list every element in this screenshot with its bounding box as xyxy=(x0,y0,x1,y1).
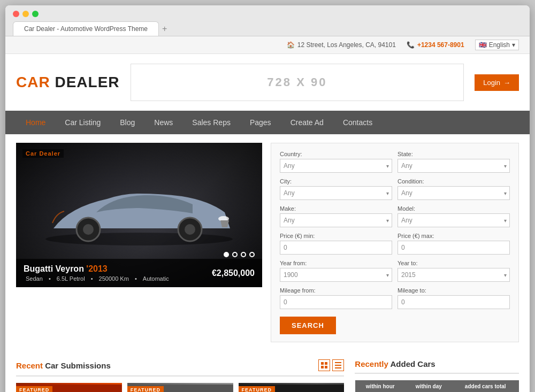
featured-badge-1: FEATURED xyxy=(16,386,52,392)
year-to-group: Year to: 2015 xyxy=(398,260,510,282)
active-tab[interactable]: Car Dealer - Automotive WordPress Theme xyxy=(13,21,159,36)
car-transmission: Automatic xyxy=(143,275,169,282)
form-row-1: Country: Any State: Any xyxy=(280,151,510,173)
submissions-title: Recent Car Submissions xyxy=(16,361,111,370)
grid-view-icon[interactable] xyxy=(318,359,330,371)
featured-badge-2: FEATURED xyxy=(127,386,164,392)
maximize-dot[interactable] xyxy=(32,11,39,17)
make-select[interactable]: Any xyxy=(280,213,392,227)
logo-dealer: DEALER xyxy=(50,74,120,90)
logo-car: CAR xyxy=(16,74,50,90)
nav-item-create-ad[interactable]: Create Ad xyxy=(281,111,333,134)
form-row-6: Mileage from: Mileage to: xyxy=(280,287,510,309)
close-dot[interactable] xyxy=(13,11,19,17)
address-text: 12 Street, Los Angeles, CA, 94101 xyxy=(297,41,396,49)
col-within-hour: within hour xyxy=(355,380,406,392)
svg-point-0 xyxy=(45,233,233,245)
carousel-dot-3[interactable] xyxy=(241,252,246,257)
svg-rect-6 xyxy=(321,362,324,365)
car-km: 250000 Km xyxy=(99,275,129,282)
svg-rect-8 xyxy=(321,366,324,368)
svg-point-2 xyxy=(83,224,94,235)
list-view-icon[interactable] xyxy=(332,359,344,371)
price-min-group: Price (€) min: xyxy=(280,233,392,255)
carousel-dot-1[interactable] xyxy=(224,252,229,257)
svg-rect-9 xyxy=(325,366,327,368)
year-to-wrapper: 2015 xyxy=(398,268,510,282)
mileage-to-input[interactable] xyxy=(398,295,510,309)
hero-section: Car Dealer Bugatti Veyron '2013 Sedan xyxy=(5,134,530,351)
dropdown-arrow-icon: ▾ xyxy=(512,41,515,49)
car-card-1[interactable]: FEATURED xyxy=(16,383,122,392)
car-card-2[interactable]: FEATURED xyxy=(127,383,233,392)
hero-car-image: Car Dealer Bugatti Veyron '2013 Sedan xyxy=(16,143,262,287)
col-within-day: within day xyxy=(406,380,452,392)
form-row-2: City: Any Condition: Any xyxy=(280,178,510,200)
mileage-from-input[interactable] xyxy=(280,295,392,309)
search-button[interactable]: SEARCH xyxy=(280,317,336,334)
form-row-3: Make: Any Model: Any xyxy=(280,205,510,227)
browser-dots xyxy=(13,11,522,17)
added-cars-highlight: Recently xyxy=(355,359,388,368)
nav-item-contacts[interactable]: Contacts xyxy=(333,111,382,134)
car-grid: FEATURED xyxy=(16,383,344,392)
country-group: Country: Any xyxy=(280,151,392,173)
browser-window: Car Dealer - Automotive WordPress Theme … xyxy=(5,5,530,392)
form-row-5: Year from: 1900 Year to: 2015 xyxy=(280,260,510,282)
carousel-dot-4[interactable] xyxy=(249,252,255,257)
phone-item: 📞 +1234 567-8901 xyxy=(407,41,464,49)
year-from-select[interactable]: 1900 xyxy=(280,268,392,282)
login-label: Login xyxy=(483,79,500,87)
hero-site-logo: Car Dealer xyxy=(22,149,64,158)
year-to-select[interactable]: 2015 xyxy=(398,268,510,282)
price-max-input[interactable] xyxy=(398,241,510,255)
price-min-input[interactable] xyxy=(280,241,392,255)
nav-item-pages[interactable]: Pages xyxy=(240,111,281,134)
submissions-title-rest: Car Submissions xyxy=(43,361,111,370)
model-select[interactable]: Any xyxy=(398,213,510,227)
dot3: • xyxy=(135,275,137,282)
language-label: English xyxy=(489,41,510,49)
added-cars-header: Recently Added Cars xyxy=(355,359,519,374)
main-nav: Home Car Listing Blog News Sales Reps Pa… xyxy=(5,111,530,134)
logo[interactable]: CAR DEALER xyxy=(16,74,120,91)
phone-icon: 📞 xyxy=(407,41,415,49)
home-icon: 🏠 xyxy=(287,41,295,49)
nav-item-home[interactable]: Home xyxy=(16,111,55,134)
lower-section: Recent Car Submissions xyxy=(5,351,530,392)
nav-item-news[interactable]: News xyxy=(144,111,182,134)
banner-ad: 728 X 90 xyxy=(131,64,464,101)
phone-number[interactable]: +1234 567-8901 xyxy=(417,41,464,49)
car-specs: Sedan • 6.5L Petrol • 250000 Km • Automa… xyxy=(24,275,171,282)
nav-item-blog[interactable]: Blog xyxy=(110,111,144,134)
nav-item-sales-reps[interactable]: Sales Reps xyxy=(182,111,240,134)
car-type: Sedan xyxy=(26,275,43,282)
car-name: Bugatti Veyron xyxy=(24,264,84,273)
svg-rect-12 xyxy=(335,367,341,368)
year-from-group: Year from: 1900 xyxy=(280,260,392,282)
state-select[interactable]: Any xyxy=(398,159,510,173)
car-card-3[interactable]: FEATURED xyxy=(239,383,345,392)
car-engine: 6.5L Petrol xyxy=(57,275,85,282)
new-tab-button[interactable]: + xyxy=(162,24,167,36)
minimize-dot[interactable] xyxy=(22,11,29,17)
city-select[interactable]: Any xyxy=(280,186,392,200)
carousel-dot-2[interactable] xyxy=(232,252,238,257)
submissions-panel: Recent Car Submissions xyxy=(16,359,344,392)
carousel-dots xyxy=(224,252,255,257)
car-title: Bugatti Veyron '2013 xyxy=(24,264,171,274)
featured-badge-3: FEATURED xyxy=(239,386,275,392)
condition-select[interactable]: Any xyxy=(398,186,510,200)
mileage-to-label: Mileage to: xyxy=(398,287,510,294)
svg-rect-7 xyxy=(325,362,327,365)
hero-car-info: Bugatti Veyron '2013 Sedan • 6.5L Petrol… xyxy=(16,259,262,287)
language-selector[interactable]: 🇬🇧 English ▾ xyxy=(475,40,519,50)
nav-item-car-listing[interactable]: Car Listing xyxy=(55,111,110,134)
mileage-from-group: Mileage from: xyxy=(280,287,392,309)
condition-label: Condition: xyxy=(398,178,510,185)
address-item: 🏠 12 Street, Los Angeles, CA, 94101 xyxy=(287,41,396,49)
make-select-wrapper: Any xyxy=(280,213,392,227)
state-group: State: Any xyxy=(398,151,510,173)
login-button[interactable]: Login → xyxy=(475,74,519,91)
country-select[interactable]: Any xyxy=(280,159,392,173)
